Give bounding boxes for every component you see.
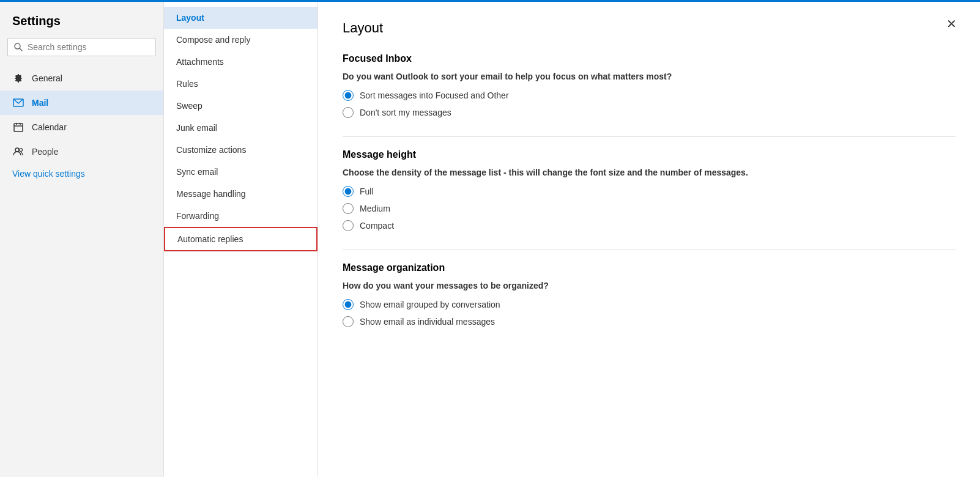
compact-option[interactable]: Compact xyxy=(343,220,956,231)
compact-radio[interactable] xyxy=(343,220,354,231)
medium-label: Medium xyxy=(360,204,390,213)
focused-inbox-desc: Do you want Outlook to sort your email t… xyxy=(343,72,956,81)
mid-nav-automatic-replies[interactable]: Automatic replies xyxy=(164,227,317,251)
individual-messages-option[interactable]: Show email as individual messages xyxy=(343,316,956,327)
sidebar: Settings General xyxy=(0,2,164,477)
no-sort-radio[interactable] xyxy=(343,107,354,118)
sort-focused-radio[interactable] xyxy=(343,90,354,101)
individual-messages-radio[interactable] xyxy=(343,316,354,327)
grouped-conversation-label: Show email grouped by conversation xyxy=(360,300,500,309)
full-option[interactable]: Full xyxy=(343,186,956,197)
mid-nav-forwarding[interactable]: Forwarding xyxy=(164,205,317,227)
search-input[interactable] xyxy=(28,42,149,52)
full-label: Full xyxy=(360,187,374,196)
mid-nav-sync-email[interactable]: Sync email xyxy=(164,161,317,183)
mail-icon xyxy=(12,97,24,109)
search-box[interactable] xyxy=(7,38,156,56)
grouped-conversation-radio[interactable] xyxy=(343,299,354,310)
search-icon xyxy=(14,43,23,51)
compact-label: Compact xyxy=(360,221,394,231)
svg-line-1 xyxy=(20,48,22,51)
sidebar-item-general-label: General xyxy=(32,73,62,83)
mid-nav-customize-actions[interactable]: Customize actions xyxy=(164,139,317,161)
gear-icon xyxy=(12,72,24,84)
mid-nav-sweep[interactable]: Sweep xyxy=(164,95,317,117)
mid-nav-message-handling[interactable]: Message handling xyxy=(164,183,317,205)
focused-inbox-section: Focused Inbox Do you want Outlook to sor… xyxy=(343,53,956,118)
sidebar-item-calendar-label: Calendar xyxy=(32,122,67,132)
message-organization-title: Message organization xyxy=(343,262,956,273)
divider-1 xyxy=(343,136,956,137)
grouped-conversation-option[interactable]: Show email grouped by conversation xyxy=(343,299,956,310)
sidebar-item-calendar[interactable]: Calendar xyxy=(0,115,163,139)
mid-nav-layout[interactable]: Layout xyxy=(164,7,317,29)
mid-panel: Layout Compose and reply Attachments Rul… xyxy=(164,2,318,477)
close-button[interactable]: ✕ xyxy=(941,14,962,34)
full-radio[interactable] xyxy=(343,186,354,197)
message-height-desc: Choose the density of the message list -… xyxy=(343,168,956,177)
sort-focused-label: Sort messages into Focused and Other xyxy=(360,91,509,100)
message-height-section: Message height Choose the density of the… xyxy=(343,149,956,231)
sidebar-item-mail[interactable]: Mail xyxy=(0,91,163,115)
mid-nav-compose-reply[interactable]: Compose and reply xyxy=(164,29,317,51)
message-organization-section: Message organization How do you want you… xyxy=(343,262,956,327)
message-height-title: Message height xyxy=(343,149,956,160)
svg-rect-3 xyxy=(14,124,23,131)
sidebar-item-general[interactable]: General xyxy=(0,66,163,91)
focused-inbox-title: Focused Inbox xyxy=(343,53,956,64)
view-quick-settings-link[interactable]: View quick settings xyxy=(0,164,163,183)
svg-point-8 xyxy=(20,149,23,152)
app-container: Settings General xyxy=(0,2,980,477)
no-sort-option[interactable]: Don't sort my messages xyxy=(343,107,956,118)
no-sort-label: Don't sort my messages xyxy=(360,108,451,117)
sort-focused-option[interactable]: Sort messages into Focused and Other xyxy=(343,90,956,101)
calendar-icon xyxy=(12,121,24,133)
people-icon xyxy=(12,146,24,158)
sidebar-item-people-label: People xyxy=(32,147,59,157)
sidebar-item-mail-label: Mail xyxy=(32,98,48,108)
mid-nav-attachments[interactable]: Attachments xyxy=(164,51,317,73)
svg-point-7 xyxy=(15,148,19,152)
mid-nav-junk-email[interactable]: Junk email xyxy=(164,117,317,139)
message-organization-desc: How do you want your messages to be orga… xyxy=(343,281,956,290)
mid-nav-rules[interactable]: Rules xyxy=(164,73,317,95)
page-title: Layout xyxy=(343,20,956,36)
sidebar-item-people[interactable]: People xyxy=(0,139,163,164)
divider-2 xyxy=(343,250,956,250)
individual-messages-label: Show email as individual messages xyxy=(360,317,495,327)
main-content: Layout ✕ Focused Inbox Do you want Outlo… xyxy=(318,2,980,477)
medium-radio[interactable] xyxy=(343,203,354,214)
medium-option[interactable]: Medium xyxy=(343,203,956,214)
sidebar-title: Settings xyxy=(0,14,163,38)
